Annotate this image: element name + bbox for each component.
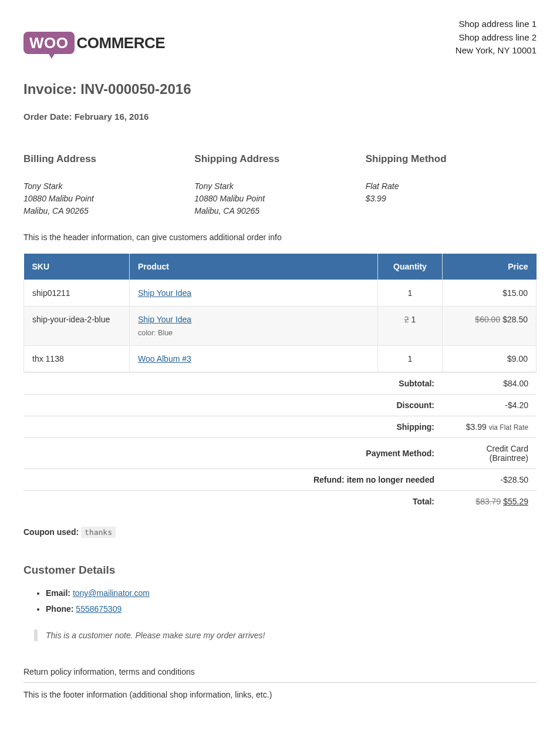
address-row: Billing Address Tony Stark 10880 Malibu …	[23, 153, 537, 217]
cell-qty: 1	[378, 345, 443, 372]
billing-column: Billing Address Tony Stark 10880 Malibu …	[23, 153, 194, 217]
coupon-label: Coupon used:	[23, 527, 79, 537]
col-price: Price	[443, 254, 537, 280]
header-row: WOO COMMERCE Shop address line 1 Shop ad…	[23, 18, 537, 58]
payment-value: Credit Card (Braintree)	[443, 437, 537, 469]
total-label: Total:	[23, 490, 443, 512]
shipping-city: Malibu, CA 90265	[194, 205, 365, 217]
cell-product: Ship Your Idea	[130, 279, 378, 306]
cell-product: Ship Your Idea color: Blue	[130, 306, 378, 345]
total-old: $83.79	[475, 497, 501, 506]
billing-city: Malibu, CA 90265	[23, 205, 194, 217]
subtotal-value: $84.00	[443, 372, 537, 394]
cell-sku: ship01211	[24, 279, 130, 306]
qty-new: 1	[411, 315, 416, 324]
shipping-method: Flat Rate $3.99	[366, 180, 537, 205]
order-date: Order Date: February 16, 2016	[23, 112, 537, 122]
shop-address-line: Shop address line 1	[456, 18, 537, 31]
col-sku: SKU	[24, 254, 130, 280]
shipping-method-column: Shipping Method Flat Rate $3.99	[366, 153, 537, 217]
shipping-method-heading: Shipping Method	[366, 153, 537, 165]
customer-details-list: Email: tony@mailinator.com Phone: 555867…	[23, 585, 537, 617]
billing-street: 10880 Malibu Point	[23, 193, 194, 205]
cell-qty: 1	[378, 279, 443, 306]
phone-link[interactable]: 5558675309	[76, 604, 122, 614]
product-link[interactable]: Ship Your Idea	[138, 315, 191, 324]
customer-details-heading: Customer Details	[23, 564, 537, 577]
logo-text: COMMERCE	[77, 34, 166, 52]
cell-qty: 21	[378, 306, 443, 345]
list-item: Email: tony@mailinator.com	[46, 585, 537, 601]
product-link[interactable]: Ship Your Idea	[138, 288, 191, 298]
phone-label: Phone:	[46, 604, 73, 614]
shipping-column: Shipping Address Tony Stark 10880 Malibu…	[194, 153, 365, 217]
items-table: SKU Product Quantity Price ship01211 Shi…	[23, 254, 537, 372]
totals-table: Subtotal:$84.00 Discount:-$4.20 Shipping…	[23, 372, 537, 512]
customer-note: This is a customer note. Please make sur…	[34, 629, 537, 641]
qty-old: 2	[404, 315, 409, 324]
coupon-row: Coupon used: thanks	[23, 527, 537, 537]
shipping-label: Shipping:	[23, 416, 443, 437]
shipping-address: Tony Stark 10880 Malibu Point Malibu, CA…	[194, 180, 365, 217]
price-new: $28.50	[502, 315, 528, 324]
shop-address-line: New York, NY 10001	[456, 44, 537, 58]
product-link[interactable]: Woo Album #3	[138, 354, 191, 363]
shipping-via: via Flat Rate	[489, 423, 528, 432]
billing-heading: Billing Address	[23, 153, 194, 165]
table-row: ship-your-idea-2-blue Ship Your Idea col…	[24, 306, 537, 345]
refund-value: -$28.50	[443, 469, 537, 490]
shipping-value: $3.99 via Flat Rate	[443, 416, 537, 437]
price-old: $60.00	[475, 315, 500, 324]
table-row: thx 1138 Woo Album #3 1 $9.00	[24, 345, 537, 372]
list-item: Phone: 5558675309	[46, 601, 537, 617]
cell-product: Woo Album #3	[130, 345, 378, 372]
cell-sku: thx 1138	[24, 345, 130, 372]
total-new: $55.29	[503, 497, 528, 506]
discount-label: Discount:	[23, 394, 443, 416]
product-meta: color: Blue	[138, 329, 369, 337]
cell-price: $60.00$28.50	[443, 306, 537, 345]
invoice-title: Invoice: INV-000050-2016	[23, 81, 537, 97]
coupon-code: thanks	[81, 527, 116, 538]
invoice-page: WOO COMMERCE Shop address line 1 Shop ad…	[0, 0, 560, 751]
billing-name: Tony Stark	[23, 180, 194, 193]
shipping-heading: Shipping Address	[194, 153, 365, 165]
shipping-name: Tony Stark	[194, 180, 365, 193]
email-label: Email:	[46, 588, 70, 598]
shipping-method-cost: $3.99	[366, 193, 537, 205]
shipping-amount: $3.99	[466, 422, 487, 432]
payment-label: Payment Method:	[23, 437, 443, 469]
refund-label: Refund: item no longer needed	[23, 469, 443, 490]
shop-address: Shop address line 1 Shop address line 2 …	[456, 18, 537, 58]
header-info-text: This is the header information, can give…	[23, 233, 537, 242]
woocommerce-logo: WOO COMMERCE	[23, 32, 165, 54]
billing-address: Tony Stark 10880 Malibu Point Malibu, CA…	[23, 180, 194, 217]
subtotal-label: Subtotal:	[23, 372, 443, 394]
cell-sku: ship-your-idea-2-blue	[24, 306, 130, 345]
table-row: ship01211 Ship Your Idea 1 $15.00	[24, 279, 537, 306]
shipping-method-name: Flat Rate	[366, 180, 537, 193]
col-product: Product	[130, 254, 378, 280]
cell-price: $15.00	[443, 279, 537, 306]
shipping-street: 10880 Malibu Point	[194, 193, 365, 205]
total-value: $83.79$55.29	[443, 490, 537, 512]
cell-price: $9.00	[443, 345, 537, 372]
col-quantity: Quantity	[378, 254, 443, 280]
logo-bubble: WOO	[23, 32, 75, 54]
footer-info: This is the footer information (addition…	[23, 690, 537, 699]
return-policy: Return policy information, terms and con…	[23, 667, 537, 683]
shop-address-line: Shop address line 2	[456, 31, 537, 45]
discount-value: -$4.20	[443, 394, 537, 416]
email-link[interactable]: tony@mailinator.com	[73, 588, 150, 598]
